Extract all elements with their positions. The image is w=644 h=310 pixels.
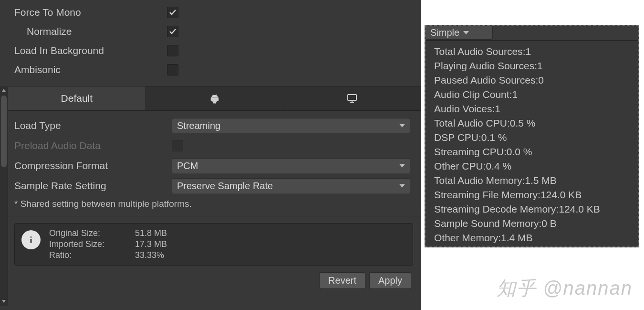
preload-audio-data-label: Preload Audio Data bbox=[14, 140, 172, 151]
force-to-mono-label: Force To Mono bbox=[14, 7, 167, 18]
audio-profiler-panel: Simple Total Audio Sources1Playing Audio… bbox=[425, 25, 639, 247]
profiler-header: Simple bbox=[426, 26, 638, 41]
profiler-row-value: 0 B bbox=[541, 216, 557, 231]
profiler-row: Audio Clip Count1 bbox=[434, 87, 634, 102]
profiler-row-value: 1 bbox=[525, 44, 531, 59]
profiler-row-value: 1 bbox=[537, 59, 543, 73]
profiler-row: Paused Audio Sources0 bbox=[434, 73, 634, 87]
profiler-row-key: Other CPU bbox=[434, 159, 486, 173]
chevron-down-icon bbox=[399, 164, 405, 168]
sample-rate-setting-label: Sample Rate Setting bbox=[14, 180, 172, 192]
platform-settings: Load Type Streaming Preload Audio Data C… bbox=[0, 111, 421, 196]
profiler-mode-dropdown[interactable]: Simple bbox=[426, 26, 493, 40]
size-info-box: Original Size: 51.8 MB Imported Size: 17… bbox=[14, 223, 413, 266]
chevron-down-icon bbox=[463, 31, 469, 34]
ratio-label: Ratio: bbox=[49, 250, 135, 260]
row-load-type: Load Type Streaming bbox=[14, 116, 413, 136]
scroll-thumb[interactable] bbox=[1, 96, 7, 167]
profiler-row: Total Audio CPU0.5 % bbox=[434, 116, 634, 130]
profiler-row-key: Paused Audio Sources bbox=[434, 73, 538, 87]
imported-size-value: 17.3 MB bbox=[135, 239, 167, 249]
svg-rect-2 bbox=[31, 236, 32, 238]
check-icon bbox=[169, 9, 177, 16]
ambisonic-label: Ambisonic bbox=[14, 64, 167, 75]
row-normalize: Normalize bbox=[0, 22, 421, 41]
profiler-row: Streaming Decode Memory124.0 KB bbox=[434, 202, 634, 216]
profiler-row-key: Total Audio Memory bbox=[434, 173, 525, 188]
row-sample-rate-setting: Sample Rate Setting Preserve Sample Rate bbox=[14, 176, 413, 196]
compression-format-label: Compression Format bbox=[14, 160, 172, 171]
profiler-row-value: 1 bbox=[512, 87, 518, 102]
scroll-up-icon bbox=[2, 89, 6, 92]
profiler-row-key: Total Audio CPU bbox=[434, 116, 510, 130]
profiler-row-value: 0.5 % bbox=[510, 116, 536, 130]
normalize-label: Normalize bbox=[27, 26, 167, 37]
profiler-row: Streaming File Memory124.0 KB bbox=[434, 188, 634, 202]
profiler-row-key: Audio Clip Count bbox=[434, 87, 512, 102]
profiler-row-key: DSP CPU bbox=[434, 130, 481, 145]
original-size-value: 51.8 MB bbox=[135, 228, 167, 238]
profiler-row-key: Audio Voices bbox=[434, 102, 495, 116]
profiler-row-key: Other Memory bbox=[434, 231, 501, 245]
profiler-row: Total Audio Sources1 bbox=[434, 44, 634, 59]
inspector-scrollbar[interactable] bbox=[0, 86, 8, 306]
compression-format-value: PCM bbox=[177, 160, 198, 171]
profiler-row-value: 0.0 % bbox=[507, 145, 532, 159]
preload-audio-data-checkbox[interactable] bbox=[172, 140, 183, 151]
row-load-in-background: Load In Background bbox=[0, 41, 421, 60]
tab-default-label: Default bbox=[61, 93, 93, 104]
normalize-checkbox[interactable] bbox=[167, 26, 178, 37]
sample-rate-setting-value: Preserve Sample Rate bbox=[177, 181, 273, 192]
row-preload-audio-data: Preload Audio Data bbox=[14, 136, 413, 156]
profiler-row-key: Playing Audio Sources bbox=[434, 59, 537, 73]
revert-button-label: Revert bbox=[328, 275, 356, 286]
profiler-row: Other CPU0.4 % bbox=[434, 159, 634, 173]
row-compression-format: Compression Format PCM bbox=[14, 156, 413, 176]
ambisonic-checkbox[interactable] bbox=[167, 64, 178, 75]
shared-setting-note: * Shared setting between multiple platfo… bbox=[0, 196, 421, 216]
platform-tab-bar: Default bbox=[0, 86, 421, 111]
profiler-row-value: 124.0 KB bbox=[540, 188, 582, 202]
profiler-row-value: 1 bbox=[495, 102, 500, 116]
profiler-row: Playing Audio Sources1 bbox=[434, 59, 634, 73]
chevron-down-icon bbox=[399, 124, 405, 128]
profiler-row: Other Memory1.4 MB bbox=[434, 231, 634, 245]
profiler-row: Audio Voices1 bbox=[434, 102, 634, 116]
load-type-dropdown[interactable]: Streaming bbox=[172, 118, 410, 133]
monitor-icon bbox=[346, 93, 358, 104]
chevron-down-icon bbox=[399, 184, 405, 188]
profiler-row-value: 124.0 KB bbox=[559, 202, 600, 216]
profiler-row-value: 1.5 MB bbox=[525, 173, 557, 188]
sample-rate-setting-dropdown[interactable]: Preserve Sample Rate bbox=[172, 178, 410, 193]
compression-format-dropdown[interactable]: PCM bbox=[172, 158, 410, 173]
apply-button-label: Apply bbox=[378, 275, 402, 286]
apply-revert-bar: Revert Apply bbox=[0, 266, 421, 296]
tab-standalone[interactable] bbox=[283, 86, 421, 110]
profiler-row-value: 0 bbox=[538, 73, 544, 87]
tab-default[interactable]: Default bbox=[8, 86, 146, 110]
profiler-row-key: Total Audio Sources bbox=[434, 44, 525, 59]
imported-size-label: Imported Size: bbox=[49, 239, 135, 249]
apply-button[interactable]: Apply bbox=[369, 272, 411, 289]
profiler-row: Total Audio Memory1.5 MB bbox=[434, 173, 634, 188]
profiler-body: Total Audio Sources1Playing Audio Source… bbox=[426, 41, 638, 250]
svg-rect-0 bbox=[348, 95, 356, 100]
tab-android[interactable] bbox=[146, 86, 284, 110]
ratio-value: 33.33% bbox=[135, 250, 167, 260]
revert-button[interactable]: Revert bbox=[319, 272, 365, 289]
profiler-row: Sample Sound Memory0 B bbox=[434, 216, 634, 231]
profiler-row-key: Streaming File Memory bbox=[434, 188, 540, 202]
android-icon bbox=[209, 93, 220, 104]
load-type-value: Streaming bbox=[177, 120, 220, 131]
info-icon bbox=[21, 230, 41, 249]
force-to-mono-checkbox[interactable] bbox=[167, 7, 178, 18]
size-info-grid: Original Size: 51.8 MB Imported Size: 17… bbox=[49, 228, 167, 260]
check-icon bbox=[169, 28, 177, 35]
audio-import-inspector: Force To Mono Normalize Load In Backgrou… bbox=[0, 0, 421, 310]
load-in-background-checkbox[interactable] bbox=[167, 45, 178, 56]
scroll-down-icon bbox=[2, 300, 6, 303]
profiler-row-value: 0.1 % bbox=[481, 130, 507, 145]
load-type-label: Load Type bbox=[14, 120, 172, 131]
row-force-to-mono: Force To Mono bbox=[0, 3, 421, 22]
profiler-row-key: Streaming CPU bbox=[434, 145, 507, 159]
